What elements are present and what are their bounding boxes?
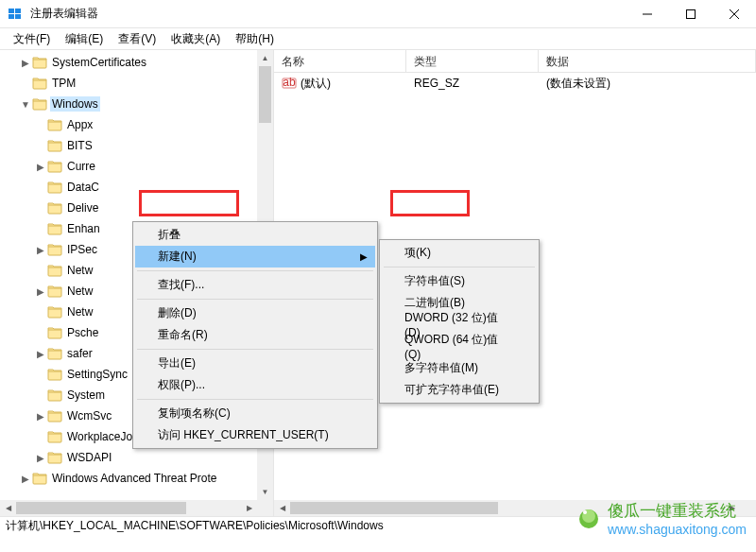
folder-icon <box>32 96 47 112</box>
menu-help[interactable]: 帮助(H) <box>228 29 282 49</box>
menu-label: 字符串值(S) <box>404 273 465 289</box>
menu-item[interactable]: 字符串值(S) <box>382 270 537 292</box>
folder-icon <box>47 325 62 340</box>
svg-rect-1 <box>15 9 21 13</box>
main-split: ▶SystemCertificatesTPM▼WindowsAppxBITS▶C… <box>0 49 756 516</box>
tree-item[interactable]: ▶SystemCertificates <box>2 52 273 73</box>
tree-item[interactable]: ▶WSDAPI <box>2 447 273 468</box>
tree-label: safer <box>65 346 94 361</box>
menu-item[interactable]: 项(K) <box>382 242 537 264</box>
menu-label: 可扩充字符串值(E) <box>404 382 499 398</box>
menu-item[interactable]: 访问 HKEY_CURRENT_USER(T) <box>135 424 375 446</box>
expander-icon[interactable]: ▶ <box>19 474 32 484</box>
svg-rect-2 <box>9 14 14 19</box>
menu-item[interactable]: 删除(D) <box>135 302 375 324</box>
menu-view[interactable]: 查看(V) <box>111 29 163 49</box>
string-value-icon: ab <box>282 76 297 91</box>
expander-icon[interactable]: ▶ <box>34 162 47 172</box>
tree-label: Psche <box>65 325 100 340</box>
expander-icon[interactable]: ▶ <box>34 411 47 422</box>
menu-item[interactable]: 查找(F)... <box>135 274 375 296</box>
folder-icon <box>47 346 62 361</box>
col-data[interactable]: 数据 <box>539 50 756 72</box>
folder-icon <box>32 76 47 91</box>
tree-item[interactable]: BITS <box>2 135 273 156</box>
expander-icon[interactable]: ▶ <box>34 349 47 359</box>
menu-label: 项(K) <box>404 245 431 261</box>
scroll-down-icon[interactable]: ▼ <box>257 484 273 500</box>
tree-item[interactable]: ▶Curre <box>2 156 273 177</box>
scroll-thumb[interactable] <box>290 502 498 514</box>
scroll-left-icon[interactable]: ◀ <box>274 500 290 516</box>
watermark: 傻瓜一键重装系统 www.shaguaxitong.com <box>575 500 747 537</box>
menu-item[interactable]: 可扩充字符串值(E) <box>382 379 537 401</box>
tree-item[interactable]: Appx <box>2 114 273 135</box>
scroll-left-icon[interactable]: ◀ <box>0 500 16 516</box>
expander-icon[interactable]: ▶ <box>34 245 47 255</box>
folder-icon <box>32 471 47 486</box>
col-type[interactable]: 类型 <box>406 50 539 72</box>
cell-type: REG_SZ <box>406 77 539 90</box>
list-row[interactable]: ab (默认) REG_SZ (数值未设置) <box>274 73 756 92</box>
menu-label: 新建(N) <box>158 249 197 265</box>
tree-item[interactable]: DataC <box>2 177 273 198</box>
minimize-button[interactable] <box>626 0 669 28</box>
menu-item[interactable]: 复制项名称(C) <box>135 403 375 424</box>
title-bar: 注册表编辑器 <box>0 0 756 28</box>
close-button[interactable] <box>713 0 756 28</box>
menu-favorites[interactable]: 收藏夹(A) <box>163 29 228 49</box>
tree-label: SystemCertificates <box>50 55 148 70</box>
menu-edit[interactable]: 编辑(E) <box>58 29 111 49</box>
svg-rect-3 <box>15 14 21 19</box>
expander-icon[interactable]: ▶ <box>19 58 32 68</box>
scroll-thumb[interactable] <box>259 66 271 123</box>
menu-separator <box>137 349 373 350</box>
tree-hscrollbar[interactable]: ◀ ▶ <box>0 500 257 516</box>
menu-item[interactable]: 导出(E) <box>135 353 375 374</box>
svg-text:ab: ab <box>283 76 296 89</box>
menu-separator <box>137 399 373 400</box>
tree-item[interactable]: ▶Windows Advanced Threat Prote <box>2 468 273 489</box>
menu-separator <box>137 299 373 300</box>
scroll-right-icon[interactable]: ▶ <box>241 500 257 516</box>
folder-icon <box>47 221 62 236</box>
tree-label: Enhan <box>65 221 102 236</box>
menu-label: 权限(P)... <box>158 377 205 393</box>
menu-item[interactable]: 权限(P)... <box>135 374 375 396</box>
menu-label: 二进制值(B) <box>404 295 465 311</box>
menu-item[interactable]: 重命名(R) <box>135 324 375 346</box>
folder-icon <box>47 117 62 132</box>
menu-file[interactable]: 文件(F) <box>6 29 58 49</box>
svg-rect-0 <box>9 9 14 13</box>
menu-item[interactable]: 新建(N)▶ <box>135 246 375 267</box>
folder-icon <box>47 429 62 444</box>
folder-icon <box>47 180 62 195</box>
tree-item[interactable]: ▼Windows <box>2 94 273 114</box>
scroll-up-icon[interactable]: ▲ <box>257 50 273 66</box>
tree-item[interactable]: Delive <box>2 198 273 218</box>
menu-item[interactable]: 多字符串值(M) <box>382 357 537 379</box>
menu-label: 复制项名称(C) <box>158 405 231 422</box>
expander-icon[interactable]: ▶ <box>34 286 47 297</box>
tree-label: IPSec <box>65 242 99 257</box>
watermark-title: 傻瓜一键重装系统 <box>608 500 747 522</box>
col-name[interactable]: 名称 <box>274 50 406 72</box>
expander-icon[interactable]: ▶ <box>34 453 47 463</box>
svg-point-9 <box>583 510 587 514</box>
scroll-thumb[interactable] <box>16 502 186 514</box>
tree-label: BITS <box>65 138 94 153</box>
menu-label: 访问 HKEY_CURRENT_USER(T) <box>158 427 329 443</box>
menu-label: 查找(F)... <box>158 277 204 293</box>
menu-item[interactable]: 折叠 <box>135 224 375 246</box>
folder-icon <box>47 304 62 319</box>
expander-icon[interactable]: ▼ <box>19 99 32 110</box>
menu-item[interactable]: QWORD (64 位)值(Q) <box>382 336 537 357</box>
tree-item[interactable]: TPM <box>2 73 273 94</box>
tree-label: System <box>65 388 107 403</box>
folder-icon <box>47 450 62 465</box>
scroll-corner <box>257 500 273 516</box>
folder-icon <box>32 55 47 70</box>
tree-label: Netw <box>65 284 94 299</box>
list-header: 名称 类型 数据 <box>274 50 756 73</box>
maximize-button[interactable] <box>669 0 713 28</box>
